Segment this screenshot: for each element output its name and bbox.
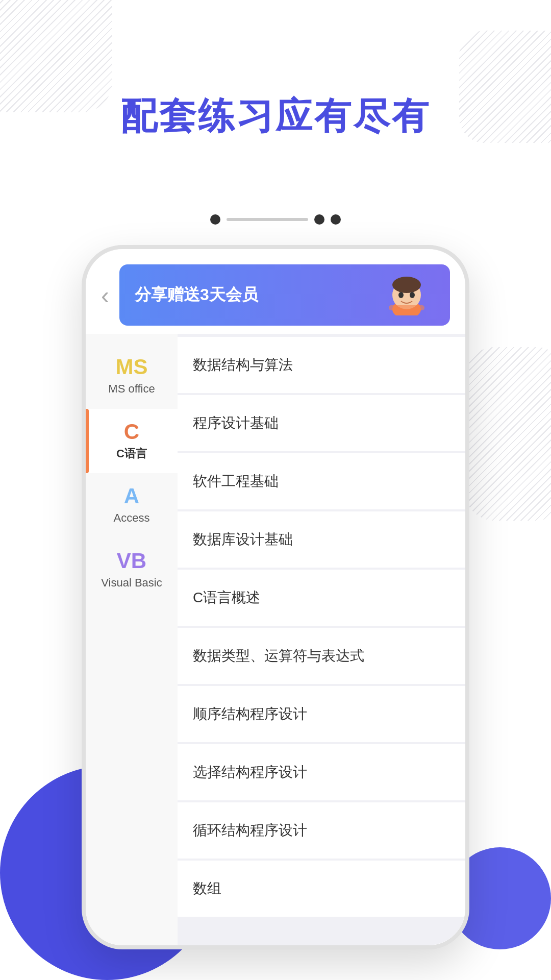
banner-mascot bbox=[379, 275, 435, 315]
c-language-icon: C bbox=[124, 421, 139, 443]
dot-1 bbox=[210, 214, 220, 225]
dot-2 bbox=[314, 214, 324, 225]
banner-text: 分享赠送3天会员 bbox=[135, 284, 258, 306]
list-item[interactable]: 选择结构程序设计 bbox=[178, 744, 465, 800]
bg-decoration-mid-right bbox=[464, 347, 551, 521]
svg-point-3 bbox=[398, 292, 404, 298]
sidebar-label-c-language: C语言 bbox=[116, 447, 147, 461]
svg-rect-5 bbox=[389, 305, 424, 310]
ms-office-icon: MS bbox=[116, 356, 148, 378]
phone-inner: ‹ 分享赠送3天会员 bbox=[86, 249, 465, 945]
vb-icon: VB bbox=[117, 550, 146, 572]
promo-banner[interactable]: 分享赠送3天会员 bbox=[119, 264, 450, 326]
list-item[interactable]: 程序设计基础 bbox=[178, 395, 465, 451]
sidebar-item-c-language[interactable]: C C语言 bbox=[86, 409, 178, 474]
list-item[interactable]: 数据库设计基础 bbox=[178, 511, 465, 568]
list-item[interactable]: 数据类型、运算符与表达式 bbox=[178, 628, 465, 684]
sidebar-label-visual-basic: Visual Basic bbox=[101, 576, 162, 591]
list-item[interactable]: 软件工程基础 bbox=[178, 453, 465, 509]
list-item[interactable]: C语言概述 bbox=[178, 570, 465, 626]
phone-mockup: ‹ 分享赠送3天会员 bbox=[82, 245, 469, 949]
svg-point-4 bbox=[410, 292, 415, 298]
access-icon: A bbox=[124, 485, 139, 507]
page-title: 配套练习应有尽有 bbox=[0, 92, 551, 141]
list-item[interactable]: 数组 bbox=[178, 861, 465, 917]
svg-point-2 bbox=[392, 277, 421, 293]
sidebar-label-access: Access bbox=[114, 511, 150, 526]
list-item[interactable]: 顺序结构程序设计 bbox=[178, 686, 465, 742]
dot-3 bbox=[331, 214, 341, 225]
sidebar-item-access[interactable]: A Access bbox=[86, 473, 178, 538]
back-button[interactable]: ‹ bbox=[101, 281, 109, 309]
content-area: MS MS office C C语言 A Access VB Visual Ba… bbox=[86, 334, 465, 945]
sidebar-item-visual-basic[interactable]: VB Visual Basic bbox=[86, 538, 178, 603]
page-indicator bbox=[210, 214, 341, 225]
sidebar: MS MS office C C语言 A Access VB Visual Ba… bbox=[86, 334, 178, 945]
dot-line bbox=[227, 218, 308, 221]
chapter-list: 数据结构与算法程序设计基础软件工程基础数据库设计基础C语言概述数据类型、运算符与… bbox=[178, 334, 465, 945]
list-item[interactable]: 循环结构程序设计 bbox=[178, 802, 465, 859]
sidebar-label-ms-office: MS office bbox=[108, 382, 155, 397]
sidebar-item-ms-office[interactable]: MS MS office bbox=[86, 344, 178, 409]
list-item[interactable]: 数据结构与算法 bbox=[178, 337, 465, 393]
